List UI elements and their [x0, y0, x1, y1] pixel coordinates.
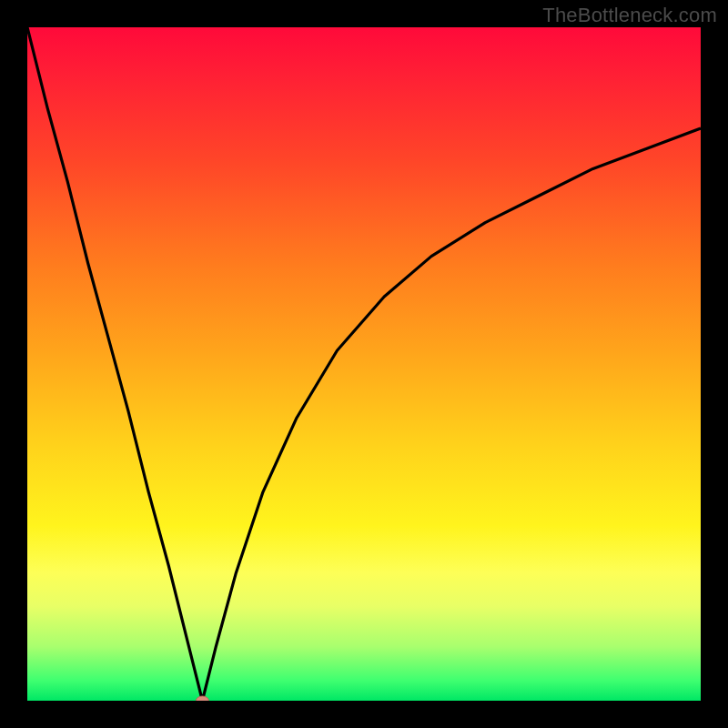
bottleneck-curve — [27, 27, 701, 701]
chart-frame: TheBottleneck.com — [0, 0, 728, 728]
optimal-point-marker — [196, 696, 208, 701]
watermark-text: TheBottleneck.com — [542, 4, 717, 27]
plot-area — [27, 27, 701, 701]
curve-layer — [27, 27, 701, 701]
